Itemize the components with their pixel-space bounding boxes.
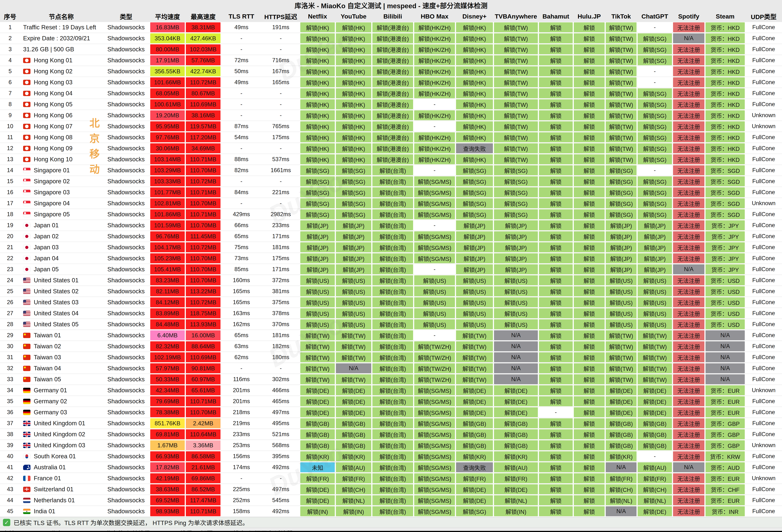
cell-disney-plus: 解锁(TW) (456, 330, 493, 341)
cell-hbo-max: 解锁(TW/ZH) (414, 341, 456, 352)
cell-value: 货币：HKD (706, 99, 745, 109)
cell-protocol-type: Shadowsocks (102, 396, 150, 407)
node-name-label: United States 04 (34, 310, 78, 317)
cell-max-speed: 422.74KB (185, 66, 221, 77)
cell-value: 解锁(FR) (606, 473, 637, 483)
cell-tiktok: 解锁(TW) (605, 55, 637, 66)
cell-steam: 货币：HKD (705, 66, 745, 77)
cell-value: 货币：SGD (706, 210, 745, 219)
cell-value: 货币：USD (706, 287, 745, 296)
cell-value: 解锁(NL) (638, 495, 672, 505)
cell-value: 110.72MB (186, 297, 220, 307)
cell-https-ping: 175ms (262, 253, 300, 264)
cell-value: 解锁 (574, 55, 605, 65)
cell-value: 查询失败 (456, 462, 493, 472)
cell-index: 9 (0, 110, 20, 121)
cell-value: 无法注册 (673, 341, 704, 351)
cell-hbo-max: 解锁(SG/MS) (414, 473, 456, 484)
cell-value: 84.48MB (150, 319, 185, 329)
cell-index: 30 (0, 341, 20, 352)
flag-sg-icon (23, 212, 30, 217)
cell-index: 22 (0, 253, 20, 264)
cell-chatgpt: 解锁(DE) (637, 506, 673, 517)
cell-value: 解锁(TW) (606, 44, 637, 54)
cell-value: 103.33MB (150, 176, 185, 186)
cell-tvbanywhere: 解锁(GB) (493, 429, 538, 440)
cell-hulu-jp: 解锁 (573, 253, 605, 264)
cell-value: 解锁(TW) (336, 374, 371, 384)
cell-value: 货币：HKD (706, 88, 745, 98)
cell-protocol-type: Shadowsocks (102, 99, 150, 110)
node-name-wrap: Hong Kong 07 (20, 123, 102, 130)
cell-steam: 货币：HKD (705, 55, 745, 66)
cell-value: 103.14MB (150, 154, 185, 164)
cell-avg-speed: 84.48MB (150, 319, 185, 330)
cell-tls-rtt: 54ms (221, 132, 262, 143)
cell-chatgpt: 解锁(US) (637, 275, 673, 286)
cell-value: 解锁(TW) (606, 66, 637, 76)
cell-value: 解锁 (539, 462, 573, 472)
node-name-wrap: Taiwan 04 (20, 365, 102, 372)
cell-tvbanywhere: 解锁(DE) (493, 396, 538, 407)
cell-tiktok: 解锁(TW) (605, 154, 637, 165)
cell-bahamut: 解锁 (538, 165, 573, 176)
node-name-label: Japan 03 (34, 244, 59, 251)
node-row-18: 18Singapore 05Shadowsocks101.86MB110.71M… (0, 209, 782, 220)
cell-hulu-jp: 解锁 (573, 154, 605, 165)
cell-chatgpt: 解锁(SG) (637, 187, 673, 198)
cell-bahamut: 解锁 (538, 473, 573, 484)
node-name-label: Taiwan 01 (34, 332, 61, 339)
cell-https-ping: 716ms (262, 55, 300, 66)
column-header-no: 序号 (0, 11, 20, 22)
cell-netflix: 解锁(DE) (300, 396, 335, 407)
cell-spotify: 无法注册 (673, 407, 705, 418)
cell-node-name: Singapore 02 (20, 176, 102, 187)
cell-value: 解锁(DE) (456, 396, 493, 406)
cell-max-speed: 110.71MB (185, 209, 221, 220)
cell-protocol-type: Shadowsocks (102, 297, 150, 308)
cell-steam: 货币：HKD (705, 22, 745, 33)
cell-steam: 货币：HKD (705, 77, 745, 88)
cell-max-speed: 110.72MB (185, 242, 221, 253)
cell-protocol-type: Shadowsocks (102, 341, 150, 352)
cell-tvbanywhere: 解锁(US) (493, 319, 538, 330)
cell-https-ping: 378ms (262, 308, 300, 319)
cell-value: 解锁(HK) (336, 77, 371, 87)
cell-youtube: 解锁(NL) (335, 495, 372, 506)
cell-tls-rtt: 88ms (221, 154, 262, 165)
cell-protocol-type: Shadowsocks (102, 451, 150, 462)
cell-avg-speed: 96.76MB (150, 231, 185, 242)
column-header-avg-speed: 平均速度 (150, 11, 185, 22)
cell-hbo-max: 解锁(HK/ZH) (414, 22, 456, 33)
node-row-15: 15Singapore 02Shadowsocks103.33MB110.72M… (0, 176, 782, 187)
cell-protocol-type: Shadowsocks (102, 319, 150, 330)
cell-value: 解锁(DE) (456, 385, 493, 395)
cell-value: 解锁 (539, 220, 573, 230)
cell-protocol-type: Shadowsocks (102, 154, 150, 165)
cell-index: 41 (0, 462, 20, 473)
cell-bilibili: 解锁(台湾) (372, 297, 414, 308)
cell-value: 38.31MB (186, 23, 220, 32)
column-header-steam: Steam (705, 11, 745, 22)
flag-cn-icon (23, 344, 30, 349)
cell-node-name: Japan 05 (20, 264, 102, 275)
cell-spotify: 无法注册 (673, 220, 705, 231)
cell-index: 2 (0, 33, 20, 44)
cell-steam: 货币：USD (705, 308, 745, 319)
cell-value: 解锁(SG) (638, 33, 672, 43)
cell-netflix: 解锁(TW) (300, 341, 335, 352)
cell-value: 解锁(SG) (300, 187, 335, 197)
cell-youtube: 解锁(US) (335, 319, 372, 330)
cell-value: 解锁 (574, 220, 605, 230)
cell-node-name: United States 03 (20, 297, 102, 308)
cell-hulu-jp: 解锁 (573, 44, 605, 55)
cell-max-speed: 38.16MB (185, 110, 221, 121)
cell-index: 27 (0, 308, 20, 319)
flag-cn-icon (23, 377, 30, 382)
cell-value: 解锁 (539, 143, 573, 153)
cell-index: 37 (0, 418, 20, 429)
cell-value: 无法注册 (673, 44, 704, 54)
node-row-16: 16Singapore 03Shadowsocks101.77MB110.71M… (0, 187, 782, 198)
cell-node-name: Taiwan 02 (20, 341, 102, 352)
cell-value: 解锁(DE) (638, 396, 672, 406)
